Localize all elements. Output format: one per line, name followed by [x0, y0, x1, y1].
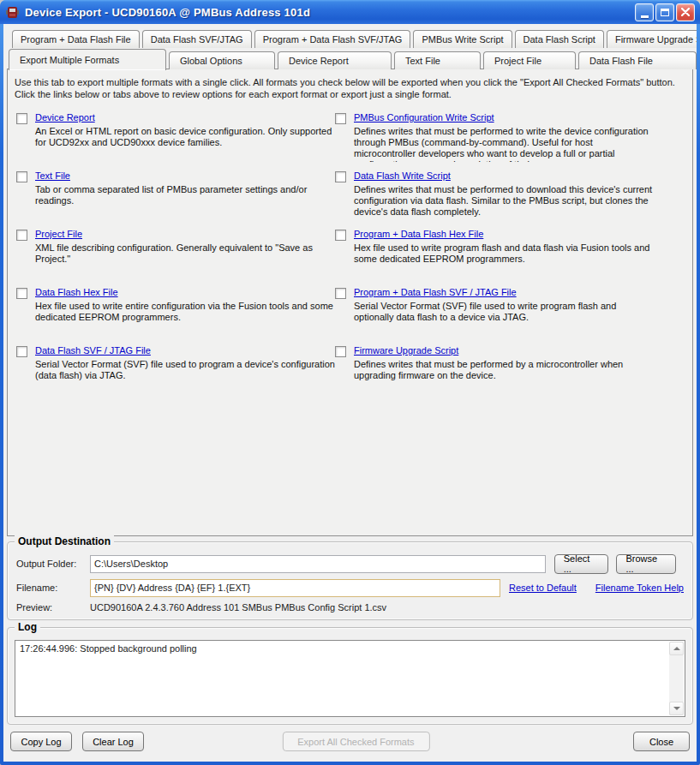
window-title: Device Export - UCD90160A @ PMBus Addres…: [25, 6, 635, 19]
program-data-flash-svf-jtag-file-desc: Serial Vector Format (SVF) file used to …: [354, 301, 655, 323]
text-file-link[interactable]: Text File: [35, 170, 70, 181]
data-flash-svf-jtag-file-checkbox[interactable]: [16, 346, 27, 357]
tab-data-flash-svf-jtag[interactable]: Data Flash SVF/JTAG: [142, 30, 252, 48]
tab-data-flash-script[interactable]: Data Flash Script: [515, 30, 604, 48]
chevron-down-icon: [673, 707, 680, 710]
tab-program-data-flash-file[interactable]: Program + Data Flash File: [12, 30, 140, 48]
data-flash-hex-file-desc: Hex file used to write entire configurat…: [35, 301, 335, 323]
program-data-flash-svf-jtag-file-checkbox[interactable]: [335, 288, 346, 299]
data-flash-write-script-desc: Defines writes that must be performed to…: [354, 184, 655, 218]
firmware-upgrade-script-checkbox[interactable]: [335, 346, 346, 357]
program-data-flash-svf-jtag-file-link[interactable]: Program + Data Flash SVF / JTAG File: [354, 287, 517, 297]
maximize-button[interactable]: [655, 3, 674, 21]
tab-firmware-upgrade-script[interactable]: Firmware Upgrade Script: [607, 30, 697, 48]
format-item-data-flash-svf-jtag-file: Data Flash SVF / JTAG File Serial Vector…: [16, 345, 335, 403]
tab-export-multiple-formats[interactable]: Export Multiple Formats: [9, 49, 166, 70]
tab-text-file[interactable]: Text File: [394, 51, 481, 69]
device-report-checkbox[interactable]: [16, 113, 27, 124]
device-report-link[interactable]: Device Report: [35, 112, 95, 123]
app-icon: [5, 5, 20, 20]
device-report-desc: An Excel or HTML report on basic device …: [35, 126, 335, 148]
data-flash-hex-file-checkbox[interactable]: [16, 288, 27, 299]
minimize-button[interactable]: [635, 3, 654, 21]
firmware-upgrade-script-desc: Defines writes that must be performed by…: [354, 359, 655, 381]
output-destination-group: Output Destination Output Folder: C:\Use…: [7, 541, 693, 620]
client-area: Program + Data Flash File Data Flash SVF…: [3, 24, 697, 762]
format-item-program-data-flash-svf-jtag-file: Program + Data Flash SVF / JTAG File Ser…: [335, 287, 685, 345]
project-file-link[interactable]: Project File: [35, 229, 82, 239]
output-destination-legend: Output Destination: [15, 535, 114, 547]
tab-program-data-flash-svf-jtag[interactable]: Program + Data Flash SVF/JTAG: [254, 30, 411, 48]
browse-button[interactable]: Browse ...: [616, 554, 676, 574]
clear-log-button[interactable]: Clear Log: [82, 732, 144, 751]
text-file-desc: Tab or comma separated list of PMBus par…: [35, 184, 335, 206]
data-flash-write-script-checkbox[interactable]: [335, 171, 346, 182]
minimize-icon: [641, 15, 649, 18]
scroll-down-button[interactable]: [669, 702, 684, 715]
tab-project-file[interactable]: Project File: [483, 51, 576, 69]
data-flash-hex-file-link[interactable]: Data Flash Hex File: [35, 287, 118, 297]
tab-row-top: Program + Data Flash File Data Flash SVF…: [3, 29, 697, 48]
reset-to-default-link[interactable]: Reset to Default: [509, 583, 577, 593]
export-multiple-formats-panel: Use this tab to export multiple formats …: [7, 69, 693, 536]
close-icon: [681, 8, 690, 16]
text-file-checkbox[interactable]: [16, 171, 27, 182]
output-folder-input[interactable]: C:\Users\Desktop: [90, 555, 546, 573]
format-item-data-flash-hex-file: Data Flash Hex File Hex file used to wri…: [16, 287, 335, 345]
intro-text: Use this tab to export multiple formats …: [8, 69, 689, 100]
format-grid: Device Report An Excel or HTML report on…: [8, 100, 692, 403]
format-item-device-report: Device Report An Excel or HTML report on…: [16, 112, 335, 170]
format-item-program-data-flash-hex-file: Program + Data Flash Hex File Hex file u…: [335, 229, 685, 287]
chevron-up-icon: [673, 647, 680, 650]
tab-row-bottom: Export Multiple Formats Global Options D…: [3, 48, 697, 69]
log-entry: 17:26:44.996: Stopped background polling: [15, 641, 685, 656]
project-file-desc: XML file describing configuration. Gener…: [35, 242, 335, 265]
tab-global-options[interactable]: Global Options: [169, 51, 275, 69]
format-item-text-file: Text File Tab or comma separated list of…: [16, 170, 335, 229]
data-flash-svf-jtag-file-link[interactable]: Data Flash SVF / JTAG File: [35, 345, 151, 356]
tab-data-flash-file[interactable]: Data Flash File: [578, 51, 697, 69]
preview-label: Preview:: [16, 602, 90, 613]
program-data-flash-hex-file-link[interactable]: Program + Data Flash Hex File: [354, 229, 483, 239]
log-scrollbar[interactable]: [669, 642, 684, 715]
log-group: Log 17:26:44.996: Stopped background pol…: [7, 627, 693, 725]
filename-token-help-link[interactable]: Filename Token Help: [595, 583, 684, 593]
close-dialog-button[interactable]: Close: [633, 732, 690, 751]
close-button[interactable]: [676, 3, 695, 21]
tab-device-report[interactable]: Device Report: [278, 51, 392, 69]
log-legend: Log: [15, 621, 40, 633]
format-item-data-flash-write-script: Data Flash Write Script Defines writes t…: [335, 170, 685, 229]
bottom-button-bar: Copy Log Clear Log Export All Checked Fo…: [7, 732, 693, 754]
export-all-checked-formats-button[interactable]: Export All Checked Formats: [282, 732, 429, 751]
copy-log-button[interactable]: Copy Log: [10, 732, 72, 751]
program-data-flash-hex-file-checkbox[interactable]: [335, 230, 346, 241]
pmbus-config-write-script-checkbox[interactable]: [335, 113, 346, 124]
preview-value: UCD90160A 2.4.3.760 Address 101 SMBus PM…: [90, 602, 386, 613]
program-data-flash-hex-file-desc: Hex file used to write program flash and…: [354, 242, 655, 265]
firmware-upgrade-script-link[interactable]: Firmware Upgrade Script: [354, 345, 458, 356]
titlebar: Device Export - UCD90160A @ PMBus Addres…: [0, 0, 700, 24]
scroll-up-button[interactable]: [669, 642, 684, 655]
maximize-icon: [661, 9, 669, 16]
log-textarea[interactable]: 17:26:44.996: Stopped background polling: [15, 640, 685, 717]
filename-label: Filename:: [16, 583, 90, 593]
pmbus-config-write-script-desc: Defines writes that must be performed to…: [354, 126, 655, 162]
format-item-project-file: Project File XML file describing configu…: [16, 229, 335, 287]
format-item-pmbus-config-write-script: PMBus Configuration Write Script Defines…: [335, 112, 685, 170]
filename-input[interactable]: {PN} {DV} Address {DA} {EF} 1.{EXT}: [90, 579, 500, 597]
project-file-checkbox[interactable]: [16, 230, 27, 241]
data-flash-svf-jtag-file-desc: Serial Vector Format (SVF) file used to …: [35, 359, 335, 381]
output-folder-label: Output Folder:: [16, 559, 90, 569]
data-flash-write-script-link[interactable]: Data Flash Write Script: [354, 170, 451, 181]
format-item-firmware-upgrade-script: Firmware Upgrade Script Defines writes t…: [335, 345, 685, 403]
tab-pmbus-write-script[interactable]: PMBus Write Script: [413, 30, 512, 48]
device-export-window: Device Export - UCD90160A @ PMBus Addres…: [0, 0, 700, 765]
select-button[interactable]: Select ...: [554, 554, 609, 574]
pmbus-config-write-script-link[interactable]: PMBus Configuration Write Script: [354, 112, 494, 123]
